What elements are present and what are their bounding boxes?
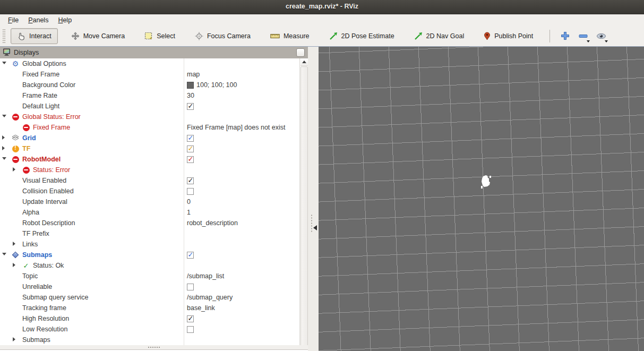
error-icon xyxy=(22,124,30,131)
checkbox[interactable]: ✓ xyxy=(187,103,194,110)
property-value[interactable]: ✓ xyxy=(187,134,298,142)
tree-row-alpha[interactable]: Alpha1 xyxy=(0,207,299,218)
tree-row-submaps[interactable]: Submaps xyxy=(0,335,299,345)
displays-panel-header[interactable]: Displays xyxy=(0,47,308,58)
property-value[interactable] xyxy=(187,187,298,195)
dropdown-caret-icon[interactable] xyxy=(587,40,590,42)
chevron-right-icon[interactable] xyxy=(13,167,15,172)
property-value[interactable]: 0 xyxy=(187,198,298,206)
visibility-button[interactable] xyxy=(594,29,608,44)
chevron-right-icon[interactable] xyxy=(2,135,5,140)
tree-row-high-resolution[interactable]: High Resolution✓ xyxy=(0,313,299,324)
tree-scrollbar[interactable] xyxy=(299,58,308,351)
horizontal-splitter[interactable] xyxy=(0,345,308,349)
property-value[interactable]: 100; 100; 100 xyxy=(187,81,298,89)
tree-row-tracking-frame[interactable]: Tracking framebase_link xyxy=(0,303,299,313)
tree-row-frame-rate[interactable]: Frame Rate30 xyxy=(0,90,299,101)
property-value[interactable]: 30 xyxy=(187,92,298,99)
remove-display-button[interactable] xyxy=(576,29,590,44)
toolbar-drag-handle[interactable] xyxy=(3,29,5,43)
tool-move-camera-button[interactable]: Move Camera xyxy=(65,28,132,44)
checkbox[interactable]: ✓ xyxy=(187,177,194,184)
property-value[interactable]: /submap_list xyxy=(187,272,298,280)
scroll-up-button[interactable] xyxy=(300,58,308,66)
tree-row-submap-query-service[interactable]: Submap query service/submap_query xyxy=(0,292,299,303)
dropdown-caret-icon[interactable] xyxy=(605,40,608,42)
tree-row-low-resolution[interactable]: Low Resolution xyxy=(0,324,299,335)
tool-label: 2D Pose Estimate xyxy=(341,32,394,40)
checkbox[interactable]: ✓ xyxy=(187,252,194,259)
property-value[interactable]: ✓ xyxy=(187,177,298,184)
chevron-down-icon[interactable] xyxy=(2,62,6,64)
menu-item-file[interactable]: File xyxy=(3,15,23,25)
property-value[interactable]: 1 xyxy=(187,209,298,216)
tool-measure-button[interactable]: Measure xyxy=(264,29,316,44)
tool-2d-pose-estimate-button[interactable]: 2D Pose Estimate xyxy=(323,28,401,44)
tree-row-robotmodel[interactable]: RobotModel✓ xyxy=(0,154,299,165)
checkbox[interactable] xyxy=(187,326,194,333)
chevron-right-icon[interactable] xyxy=(13,242,15,246)
property-value[interactable]: ✓ xyxy=(187,156,298,163)
property-value[interactable]: Fixed Frame [map] does not exist xyxy=(187,124,298,131)
property-label: Global Options xyxy=(22,60,66,67)
property-value[interactable]: ✓ xyxy=(187,102,298,110)
tree-row-tf[interactable]: TF✓ xyxy=(0,143,299,154)
tree-row-global-status-error[interactable]: Global Status: Error xyxy=(0,112,299,122)
chevron-right-icon[interactable] xyxy=(2,146,5,150)
tree-row-submaps[interactable]: Submaps✓ xyxy=(0,250,299,260)
tree-row-unreliable[interactable]: Unreliable xyxy=(0,281,299,292)
tree-row-grid[interactable]: Grid✓ xyxy=(0,133,299,143)
property-value[interactable]: base_link xyxy=(187,304,298,312)
titlebar[interactable]: create_map.rviz* - RViz xyxy=(0,0,644,14)
property-value[interactable]: ✓ xyxy=(187,145,298,152)
tree-row-tf-prefix[interactable]: TF Prefix xyxy=(0,228,299,239)
menu-item-panels[interactable]: Panels xyxy=(23,15,53,25)
move-icon xyxy=(71,32,80,40)
property-label: Submap query service xyxy=(22,294,88,301)
chevron-down-icon[interactable] xyxy=(2,157,6,160)
checkbox[interactable]: ✓ xyxy=(187,156,194,163)
tree-row-collision-enabled[interactable]: Collision Enabled xyxy=(0,186,299,196)
tree-row-fixed-frame[interactable]: Fixed FrameFixed Frame [map] does not ex… xyxy=(0,122,299,133)
tree-row-status-error[interactable]: Status: Error xyxy=(0,165,299,175)
collapse-left-icon[interactable] xyxy=(313,225,317,230)
tree-row-visual-enabled[interactable]: Visual Enabled✓ xyxy=(0,175,299,186)
tree-row-status-ok[interactable]: ✓Status: Ok xyxy=(0,260,299,271)
chevron-down-icon[interactable] xyxy=(2,253,6,255)
tool-focus-camera-button[interactable]: Focus Camera xyxy=(188,28,257,44)
tree-row-topic[interactable]: Topic/submap_list xyxy=(0,271,299,281)
property-value[interactable]: /submap_query xyxy=(187,294,298,301)
checkbox[interactable]: ✓ xyxy=(187,135,194,142)
property-value[interactable] xyxy=(187,326,298,333)
property-value[interactable]: ✓ xyxy=(187,315,298,322)
chevron-down-icon[interactable] xyxy=(2,115,6,117)
checkbox[interactable] xyxy=(187,284,194,290)
property-value[interactable]: map xyxy=(187,71,298,78)
tool-2d-nav-goal-button[interactable]: 2D Nav Goal xyxy=(408,28,471,44)
tree-row-global-options[interactable]: ⚙Global Options xyxy=(0,58,299,69)
chevron-right-icon[interactable] xyxy=(13,337,15,341)
menu-item-help[interactable]: Help xyxy=(53,15,76,25)
scrollbar-thumb[interactable] xyxy=(300,66,308,351)
tree-row-links[interactable]: Links xyxy=(0,239,299,250)
tree-row-fixed-frame[interactable]: Fixed Framemap xyxy=(0,69,299,80)
tree-row-default-light[interactable]: Default Light✓ xyxy=(0,101,299,112)
tree-row-robot-description[interactable]: Robot Descriptionrobot_description xyxy=(0,218,299,228)
checkbox[interactable]: ✓ xyxy=(187,145,194,152)
3d-viewport[interactable] xyxy=(319,47,644,351)
add-display-button[interactable] xyxy=(557,29,572,44)
checkbox[interactable] xyxy=(187,188,194,195)
focus-crosshair-icon xyxy=(195,32,203,40)
tree-row-background-color[interactable]: Background Color100; 100; 100 xyxy=(0,80,299,90)
tool-publish-point-button[interactable]: Publish Point xyxy=(477,28,539,44)
tool-interact-button[interactable]: Interact xyxy=(11,28,58,44)
property-value[interactable]: robot_description xyxy=(187,219,298,227)
property-value[interactable]: ✓ xyxy=(187,251,298,259)
checkbox[interactable]: ✓ xyxy=(187,315,194,322)
chevron-right-icon[interactable] xyxy=(13,263,15,267)
property-value[interactable] xyxy=(187,283,298,290)
tree-row-update-interval[interactable]: Update Interval0 xyxy=(0,196,299,207)
panel-viewport-splitter[interactable] xyxy=(308,47,319,351)
tool-select-button[interactable]: Select xyxy=(138,28,182,44)
panel-float-button[interactable] xyxy=(296,48,305,57)
